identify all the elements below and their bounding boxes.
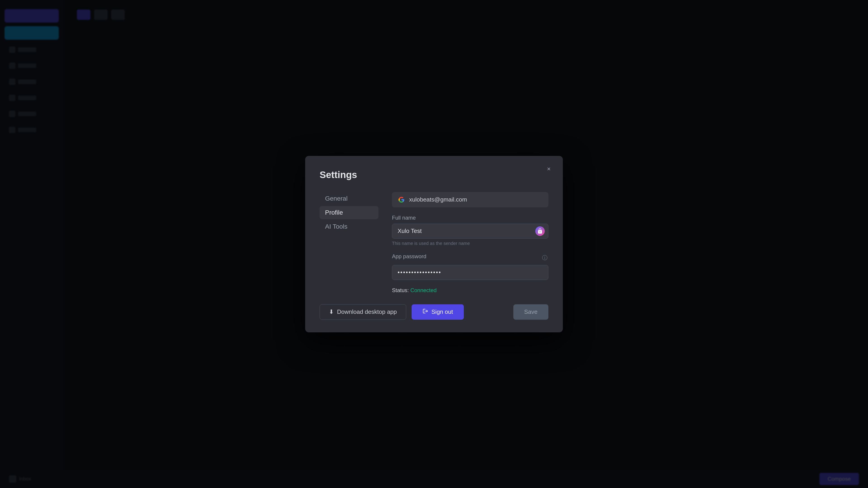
- profile-content: xulobeats@gmail.com Full name This name …: [392, 192, 548, 293]
- avatar: [535, 226, 545, 236]
- status-value: Connected: [410, 287, 436, 293]
- app-password-label: App password: [392, 253, 426, 260]
- full-name-label: Full name: [392, 215, 548, 221]
- google-icon: [397, 196, 405, 204]
- status-row: Status: Connected: [392, 287, 548, 293]
- email-value: xulobeats@gmail.com: [409, 196, 467, 203]
- sign-out-icon: [423, 308, 428, 316]
- modal-footer: ⬇ Download desktop app Sign out Save: [320, 304, 548, 320]
- modal-close-button[interactable]: ×: [544, 164, 554, 174]
- nav-item-general[interactable]: General: [320, 192, 378, 205]
- save-button[interactable]: Save: [513, 304, 548, 320]
- full-name-helper: This name is used as the sender name: [392, 241, 548, 246]
- settings-modal: Settings × General Profile AI Tools: [305, 156, 563, 332]
- settings-nav: General Profile AI Tools: [320, 192, 378, 293]
- footer-left: ⬇ Download desktop app Sign out: [320, 304, 464, 320]
- email-row: xulobeats@gmail.com: [392, 192, 548, 207]
- modal-title: Settings: [320, 169, 548, 180]
- nav-item-profile[interactable]: Profile: [320, 206, 378, 219]
- app-password-header: App password ⓘ: [392, 253, 548, 262]
- app-password-input[interactable]: [392, 265, 548, 280]
- app-password-input-group: [392, 265, 548, 280]
- info-icon[interactable]: ⓘ: [541, 254, 548, 261]
- full-name-input-group: [392, 224, 548, 238]
- nav-item-ai-tools[interactable]: AI Tools: [320, 220, 378, 233]
- app-password-section: App password ⓘ: [392, 253, 548, 280]
- full-name-input[interactable]: [392, 224, 548, 238]
- sign-out-button[interactable]: Sign out: [412, 304, 464, 320]
- full-name-section: Full name This name is used as the sende…: [392, 215, 548, 246]
- download-desktop-app-button[interactable]: ⬇ Download desktop app: [320, 304, 406, 320]
- download-icon: ⬇: [329, 308, 334, 315]
- modal-overlay: Settings × General Profile AI Tools: [0, 0, 868, 488]
- status-label: Status:: [392, 287, 409, 293]
